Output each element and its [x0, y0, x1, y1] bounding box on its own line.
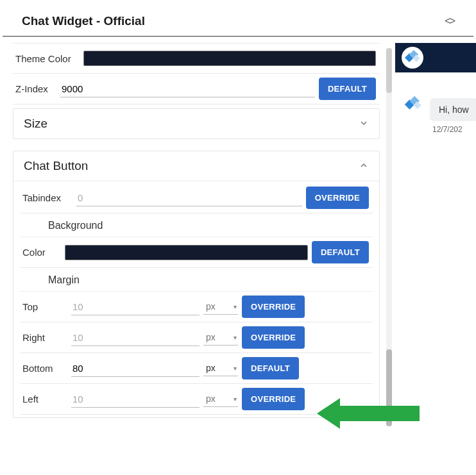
- scrollbar-track: [382, 43, 395, 475]
- bg-color-default-button[interactable]: DEFAULT: [312, 241, 369, 263]
- chat-button-section-body: Tabindex OVERRIDE Background Color DEFAU…: [13, 181, 379, 417]
- tabindex-label: Tabindex: [22, 192, 72, 203]
- scrollbar[interactable]: [386, 48, 392, 426]
- chat-button-section-title: Chat Button: [24, 159, 88, 173]
- size-section-title: Size: [24, 117, 47, 131]
- background-heading: Background: [20, 213, 373, 237]
- size-section-header[interactable]: Size: [13, 109, 379, 138]
- zindex-row: Z-Index DEFAULT: [13, 74, 380, 104]
- settings-panel: Theme Color Z-Index DEFAULT Size Chat Bu…: [0, 43, 382, 475]
- margin-left-label: Left: [22, 394, 67, 404]
- margin-bottom-default-button[interactable]: DEFAULT: [242, 357, 299, 379]
- chat-button-section: Chat Button Tabindex OVERRIDE Background…: [13, 151, 380, 418]
- margin-group: Top ▾ OVERRIDE Right: [20, 292, 373, 415]
- diamond-icon: [405, 51, 420, 64]
- chat-preview-header: [395, 43, 476, 72]
- message-bubble: Hi, how: [430, 98, 476, 121]
- margin-top-override-button[interactable]: OVERRIDE: [242, 296, 305, 318]
- size-section: Size: [13, 108, 380, 139]
- page-header: Chat Widget - Official <>: [3, 0, 473, 37]
- message-bubble-wrap: Hi, how 12/7/202: [430, 98, 476, 134]
- bg-color-row: Color DEFAULT: [20, 237, 373, 268]
- code-icon[interactable]: <>: [445, 15, 454, 27]
- margin-left-row: Left ▾ OVERRIDE: [20, 384, 373, 415]
- margin-top-unit[interactable]: [203, 299, 238, 315]
- margin-left-unit[interactable]: [203, 391, 238, 407]
- tabindex-input[interactable]: [76, 190, 302, 206]
- margin-left-override-button[interactable]: OVERRIDE: [242, 388, 305, 410]
- tabindex-row: Tabindex OVERRIDE: [20, 183, 373, 213]
- chat-button-section-header[interactable]: Chat Button: [13, 151, 379, 181]
- margin-bottom-unit[interactable]: [203, 360, 238, 376]
- margin-right-label: Right: [22, 332, 67, 343]
- bg-color-label: Color: [22, 247, 61, 258]
- main-content: Theme Color Z-Index DEFAULT Size Chat Bu…: [0, 43, 476, 475]
- margin-right-override-button[interactable]: OVERRIDE: [242, 326, 305, 349]
- margin-bottom-label: Bottom: [22, 363, 67, 374]
- avatar: [405, 98, 423, 113]
- margin-right-row: Right ▾ OVERRIDE: [20, 322, 373, 353]
- margin-bottom-input[interactable]: [71, 360, 200, 377]
- bg-color-swatch[interactable]: [65, 245, 308, 260]
- page-title: Chat Widget - Official: [22, 14, 145, 28]
- zindex-default-button[interactable]: DEFAULT: [319, 78, 376, 100]
- margin-top-row: Top ▾ OVERRIDE: [20, 292, 373, 322]
- margin-heading: Margin: [20, 268, 373, 292]
- margin-right-unit[interactable]: [203, 329, 238, 346]
- chat-message-row: Hi, how 12/7/202: [395, 72, 476, 134]
- scrollbar-thumb[interactable]: [386, 349, 392, 426]
- theme-color-label: Theme Color: [15, 53, 80, 64]
- scrollbar-thumb-top[interactable]: [386, 48, 392, 93]
- message-timestamp: 12/7/202: [432, 125, 463, 134]
- margin-right-input[interactable]: [71, 329, 200, 346]
- margin-left-input[interactable]: [71, 391, 200, 408]
- tabindex-override-button[interactable]: OVERRIDE: [306, 187, 369, 209]
- diamond-icon: [405, 97, 421, 112]
- theme-color-row: Theme Color: [13, 43, 380, 74]
- margin-top-input[interactable]: [71, 299, 200, 315]
- brand-logo: [402, 47, 423, 69]
- zindex-label: Z-Index: [15, 83, 56, 94]
- chat-preview: Hi, how 12/7/202: [395, 43, 476, 475]
- margin-top-label: Top: [22, 301, 67, 312]
- zindex-input[interactable]: [60, 81, 315, 97]
- chevron-down-icon: [359, 118, 369, 130]
- theme-color-swatch[interactable]: [83, 51, 376, 66]
- chevron-up-icon: [359, 160, 369, 172]
- margin-bottom-row: Bottom ▾ DEFAULT: [20, 353, 373, 384]
